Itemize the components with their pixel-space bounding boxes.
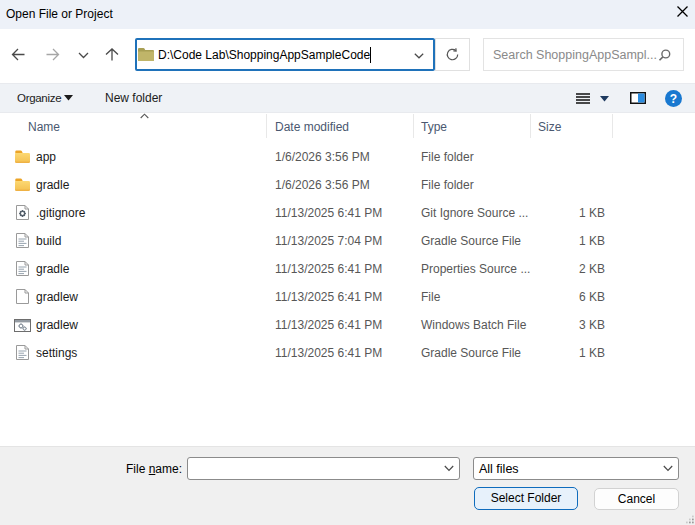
svg-text:?: ? bbox=[670, 92, 677, 106]
